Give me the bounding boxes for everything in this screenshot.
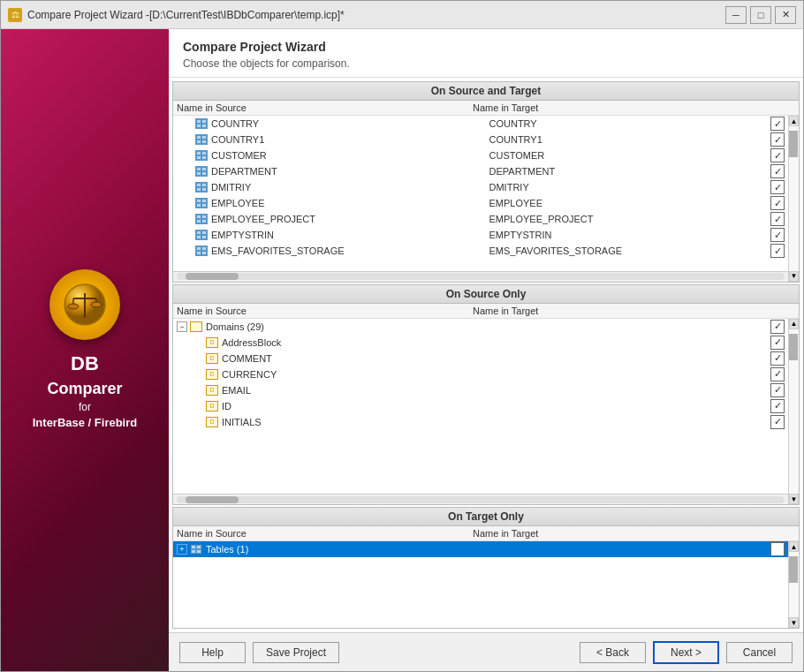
source-and-target-columns: Name in Source Name in Target — [173, 101, 799, 116]
so-scroll-up[interactable]: ▲ — [789, 319, 799, 329]
tables-checkbox[interactable] — [770, 542, 785, 556]
back-button[interactable]: < Back — [580, 642, 646, 663]
domains-group-row[interactable]: −Domains (29) — [173, 319, 788, 335]
item-checkbox[interactable] — [770, 164, 785, 178]
source-only-hscroll[interactable] — [173, 494, 788, 504]
logo — [49, 269, 120, 340]
source-only-vscroll[interactable]: ▲ ▼ — [788, 319, 799, 505]
list-item[interactable]: DID — [173, 398, 788, 414]
source-and-target-panel: On Source and Target Name in Source Name… — [172, 81, 800, 283]
content-area: DB Comparer for InterBase / Firebird Com… — [1, 29, 803, 671]
cancel-button[interactable]: Cancel — [726, 642, 793, 663]
item-checkbox[interactable] — [770, 399, 785, 413]
target-name: CUSTOMER — [489, 150, 768, 161]
item-checkbox[interactable] — [770, 244, 785, 258]
sidebar: DB Comparer for InterBase / Firebird — [1, 29, 169, 671]
table-row[interactable]: COUNTRYCOUNTRY — [173, 116, 788, 132]
item-checkbox[interactable] — [770, 196, 785, 210]
help-button[interactable]: Help — [179, 642, 246, 663]
target-only-vscroll[interactable]: ▲ ▼ — [788, 541, 799, 628]
list-item[interactable]: DCURRENCY — [173, 366, 788, 382]
save-project-button[interactable]: Save Project — [253, 642, 339, 663]
list-item[interactable]: DCOMMENT — [173, 351, 788, 366]
close-button[interactable]: ✕ — [775, 6, 796, 24]
item-checkbox[interactable] — [770, 367, 785, 381]
table-row[interactable]: EMPTYSTRINEMPTYSTRIN — [173, 227, 788, 243]
col-source-only-label: Name in Source — [177, 306, 473, 316]
table-row[interactable]: EMPLOYEE_PROJECTEMPLOYEE_PROJECT — [173, 211, 788, 227]
source-name: COUNTRY1 — [211, 134, 489, 145]
col-target-tgt-label: Name in Target — [473, 528, 769, 539]
source-only-panel: On Source Only Name in Source Name in Ta… — [172, 284, 800, 506]
svg-point-5 — [68, 304, 79, 309]
item-checkbox[interactable] — [770, 383, 785, 397]
so-scroll-down[interactable]: ▼ — [789, 494, 799, 504]
table-row[interactable]: DMITRIYDMITRIY — [173, 179, 788, 195]
item-checkbox[interactable] — [770, 117, 785, 131]
col-target-label: Name in Target — [473, 102, 769, 113]
source-and-target-vscroll[interactable]: ▲ ▼ — [788, 116, 799, 282]
item-checkbox[interactable] — [770, 415, 785, 429]
scroll-down-arrow[interactable]: ▼ — [789, 271, 799, 282]
table-row[interactable]: EMPLOYEEEMPLOYEE — [173, 195, 788, 211]
wizard-title: Compare Project Wizard — [183, 40, 789, 54]
col-target-only-label: Name in Target — [473, 306, 769, 316]
item-checkbox[interactable] — [770, 132, 785, 147]
source-and-target-list[interactable]: COUNTRYCOUNTRYCOUNTRY1COUNTRY1CUSTOMERCU… — [173, 116, 788, 271]
to-scroll-down[interactable]: ▼ — [789, 617, 799, 628]
source-and-target-hscroll[interactable] — [173, 271, 788, 282]
target-name: EMS_FAVORITES_STORAGE — [489, 245, 768, 256]
tables-group-row[interactable]: +Tables (1) — [173, 541, 788, 557]
scroll-up-arrow[interactable]: ▲ — [789, 116, 799, 126]
expand-button[interactable]: − — [177, 321, 187, 332]
main-window: ⚖ Compare Project Wizard -[D:\CurrentTes… — [0, 0, 804, 672]
table-row[interactable]: EMS_FAVORITES_STORAGEEMS_FAVORITES_STORA… — [173, 243, 788, 259]
target-name: DEPARTMENT — [489, 166, 768, 177]
tables-group-label: Tables (1) — [206, 544, 767, 555]
item-checkbox[interactable] — [770, 228, 785, 242]
product-label: InterBase / Firebird — [33, 415, 137, 431]
list-item[interactable]: DAddressBlock — [173, 335, 788, 351]
table-row[interactable]: COUNTRY1COUNTRY1 — [173, 132, 788, 147]
db-label: DB — [33, 351, 137, 378]
item-checkbox[interactable] — [770, 351, 785, 366]
wizard-subtitle: Choose the objects for comparison. — [183, 57, 789, 70]
source-name: CUSTOMER — [211, 150, 489, 161]
maximize-button[interactable]: □ — [750, 6, 771, 24]
table-row[interactable]: CUSTOMERCUSTOMER — [173, 147, 788, 163]
col-target-src-label: Name in Source — [177, 528, 473, 539]
to-scroll-up[interactable]: ▲ — [789, 541, 799, 552]
source-and-target-inner: COUNTRYCOUNTRYCOUNTRY1COUNTRY1CUSTOMERCU… — [173, 116, 799, 282]
col-source-label: Name in Source — [177, 102, 473, 113]
target-only-list[interactable]: +Tables (1) — [173, 541, 788, 628]
main-panel: Compare Project Wizard Choose the object… — [169, 29, 803, 671]
minimize-button[interactable]: ─ — [725, 6, 747, 24]
app-icon: ⚖ — [8, 8, 22, 22]
domain-name: ID — [222, 401, 495, 412]
item-checkbox[interactable] — [770, 148, 785, 162]
target-name: DMITRIY — [489, 182, 768, 193]
svg-point-6 — [91, 302, 102, 307]
item-checkbox[interactable] — [770, 212, 785, 226]
source-only-header: On Source Only — [173, 285, 799, 304]
source-only-list[interactable]: −Domains (29)DAddressBlockDCOMMENTDCURRE… — [173, 319, 788, 495]
for-label: for — [33, 400, 137, 415]
source-name: EMPLOYEE — [211, 198, 489, 208]
footer: Help Save Project < Back Next > Cancel — [169, 632, 803, 671]
table-row[interactable]: DEPARTMENTDEPARTMENT — [173, 163, 788, 179]
target-only-header: On Target Only — [173, 508, 799, 526]
item-checkbox[interactable] — [770, 320, 785, 334]
list-item[interactable]: DEMAIL — [173, 382, 788, 398]
expand-button[interactable]: + — [177, 544, 187, 555]
target-name: EMPTYSTRIN — [489, 230, 768, 240]
title-bar: ⚖ Compare Project Wizard -[D:\CurrentTes… — [1, 1, 803, 29]
domain-name: EMAIL — [222, 385, 495, 396]
item-checkbox[interactable] — [770, 180, 785, 194]
window-controls: ─ □ ✕ — [725, 6, 796, 24]
list-item[interactable]: DINITIALS — [173, 414, 788, 430]
target-only-columns: Name in Source Name in Target — [173, 526, 799, 541]
item-checkbox[interactable] — [770, 336, 785, 350]
sidebar-text: DB Comparer for InterBase / Firebird — [33, 351, 137, 431]
target-only-inner: +Tables (1) ▲ ▼ — [173, 541, 799, 628]
next-button[interactable]: Next > — [653, 641, 719, 664]
